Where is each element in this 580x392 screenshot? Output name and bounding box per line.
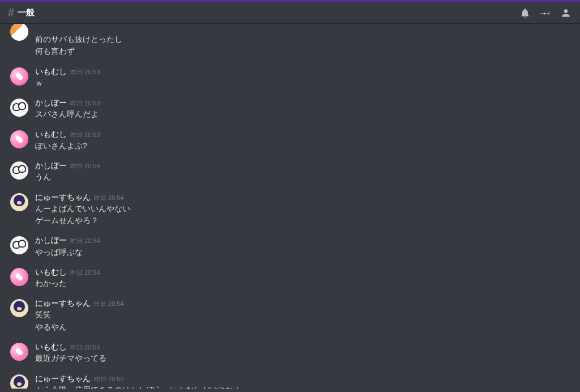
timestamp: 昨日 20:54 xyxy=(94,300,124,308)
bell-icon[interactable] xyxy=(519,7,531,19)
avatar[interactable] xyxy=(10,130,28,148)
username[interactable]: かしぼー xyxy=(35,97,67,108)
username[interactable]: いもむし xyxy=(35,267,67,277)
message-text: ｗ xyxy=(35,77,571,88)
username[interactable]: にゅーすちゃん xyxy=(35,373,91,384)
avatar[interactable] xyxy=(10,236,28,254)
avatar[interactable] xyxy=(10,99,28,117)
pin-icon[interactable] xyxy=(539,7,552,19)
channel-name: 一般 xyxy=(18,7,35,18)
hash-icon: # xyxy=(8,6,14,19)
message: いもむし昨日 20:54わかった xyxy=(0,266,580,290)
members-icon[interactable] xyxy=(560,7,572,19)
timestamp: 昨日 20:54 xyxy=(70,269,100,276)
message-text: 前のサバも抜けとったし xyxy=(35,33,571,45)
timestamp: 昨日 20:54 xyxy=(94,194,124,202)
message-text: ぽいさんよぶ? xyxy=(35,140,571,151)
message-text: わかった xyxy=(35,278,571,289)
username[interactable]: かしぼー xyxy=(35,235,67,245)
message: いもむし昨日 20:53ぽいさんよぶ? xyxy=(0,128,580,152)
username[interactable]: かしぼー xyxy=(35,160,67,171)
message-text: 笑笑 xyxy=(35,309,571,320)
message: にゅーすちゃん昨日 20:55もう今唯一信用できるのはかしぼう、いもむしだけやな… xyxy=(0,372,580,389)
timestamp: 昨日 20:53 xyxy=(70,68,100,76)
username[interactable]: にゅーすちゃん xyxy=(35,298,91,308)
avatar[interactable] xyxy=(10,24,28,41)
message: かしぼー昨日 20:54やっぱ呼ぶな xyxy=(0,234,580,258)
message-text: やるやん xyxy=(35,321,571,333)
timestamp: 昨日 20:55 xyxy=(94,375,124,383)
avatar[interactable] xyxy=(10,343,28,361)
message: にゅーすちゃん昨日 20:54笑笑やるやん xyxy=(0,297,580,334)
message: 前のサバも抜けとったし何も言わず xyxy=(0,32,580,58)
message: かしぼー昨日 20:54うん xyxy=(0,159,580,184)
message: にゅーすちゃん昨日 20:54んーよばんでいいんやないゲームせんやろ？ xyxy=(0,191,580,228)
message: いもむし昨日 20:53ｗ xyxy=(0,65,580,90)
message-text: ゲームせんやろ？ xyxy=(35,215,571,226)
message-text: んーよばんでいいんやない xyxy=(35,203,571,214)
avatar[interactable] xyxy=(10,161,28,180)
username[interactable]: にゅーすちゃん xyxy=(35,192,91,202)
timestamp: 昨日 20:54 xyxy=(70,162,100,170)
username[interactable]: いもむし xyxy=(35,129,67,139)
message-list[interactable]: 前のサバも抜けとったし何も言わずいもむし昨日 20:53ｗかしぼー昨日 20:5… xyxy=(0,24,580,389)
timestamp: 昨日 20:54 xyxy=(70,343,100,351)
username[interactable]: いもむし xyxy=(35,66,67,76)
timestamp: 昨日 20:53 xyxy=(70,99,100,107)
timestamp: 昨日 20:54 xyxy=(70,237,100,245)
avatar[interactable] xyxy=(10,67,28,86)
message-text: 何も言わず xyxy=(35,45,571,57)
message-text: スパさん呼んだよ xyxy=(35,108,571,120)
avatar[interactable] xyxy=(10,268,28,286)
message: かしぼー昨日 20:53スパさん呼んだよ xyxy=(0,96,580,121)
message-text: もう今唯一信用できるのはかしぼう、いもむしだけやな！ xyxy=(35,384,571,389)
avatar[interactable] xyxy=(10,374,28,389)
avatar[interactable] xyxy=(10,193,28,211)
channel-header: # 一般 xyxy=(0,2,580,24)
message-text: 最近ガチマやってる xyxy=(35,352,571,364)
username[interactable]: いもむし xyxy=(35,342,67,352)
avatar[interactable] xyxy=(10,299,28,317)
message-text: やっぱ呼ぶな xyxy=(35,246,571,258)
message: いもむし昨日 20:54最近ガチマやってる xyxy=(0,340,580,365)
message-text: うん xyxy=(35,171,571,182)
timestamp: 昨日 20:53 xyxy=(70,131,100,139)
